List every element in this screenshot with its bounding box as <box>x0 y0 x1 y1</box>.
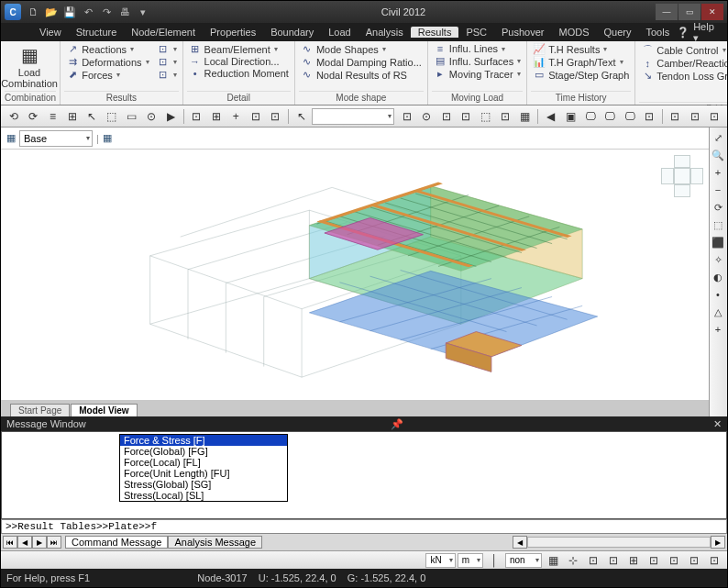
ribbon-item-reductionmoment[interactable]: •Reduction Moment <box>187 68 291 79</box>
qat-dropdown-icon[interactable]: ▾ <box>135 4 151 20</box>
menu-nodeelement[interactable]: Node/Element <box>124 27 203 38</box>
menu-view[interactable]: View <box>32 27 69 38</box>
vtool-9[interactable]: • <box>710 286 726 303</box>
vtool-0[interactable]: ⤢ <box>710 129 726 146</box>
autocomplete-item[interactable]: Force & Stress [F] <box>120 435 287 446</box>
vtool-8[interactable]: ◐ <box>710 269 726 285</box>
ribbon-item-modaldampingratio[interactable]: ∿Modal Damping Ratio... <box>299 56 424 68</box>
vtool-11[interactable]: + <box>710 321 726 338</box>
qat-save-icon[interactable]: 💾 <box>61 4 78 20</box>
tab-nav-first[interactable]: ⏮ <box>3 536 17 549</box>
qat-open-icon[interactable]: 📂 <box>43 4 60 20</box>
left-tool-4[interactable]: ↖ <box>83 107 101 126</box>
tab-nav-next[interactable]: ▶ <box>32 536 47 549</box>
ribbon-item-camberreaction[interactable]: ↕Camber/Reaction▾ <box>639 58 728 69</box>
menu-pushover[interactable]: Pushover <box>494 27 551 38</box>
snap-a-icon[interactable]: ⊡ <box>584 551 602 570</box>
close-button[interactable]: ✕ <box>701 4 723 20</box>
right-tool-12[interactable]: 🖵 <box>621 107 638 126</box>
ribbon-item-localdirection[interactable]: →Local Direction... <box>187 56 291 67</box>
vtool-6[interactable]: ⬛ <box>710 234 726 250</box>
ribbon-item-thresults[interactable]: 📈T.H Results▾ <box>531 43 631 55</box>
snap-b-icon[interactable]: ⊡ <box>604 551 623 570</box>
ribbon-item-reactions[interactable]: ↗Reactions▾ <box>64 43 150 55</box>
menu-analysis[interactable]: Analysis <box>358 27 411 38</box>
menu-results[interactable]: Results <box>411 27 459 38</box>
ribbon-item-beamelement[interactable]: ⊞Beam/Element▾ <box>187 43 291 55</box>
menu-query[interactable]: Query <box>597 27 639 38</box>
left-tool-13[interactable]: ⊡ <box>247 107 264 126</box>
ribbon-extra-dd[interactable]: ⊡▾ <box>155 56 179 68</box>
right-tool-16[interactable]: ⊡ <box>686 107 703 126</box>
vtool-10[interactable]: △ <box>710 304 726 320</box>
vtool-7[interactable]: ✧ <box>710 251 726 268</box>
tab-nav-last[interactable]: ⏭ <box>47 536 61 549</box>
unit-length-combo[interactable]: m <box>458 553 483 568</box>
ribbon-item-thgraphtext[interactable]: 📊T.H Graph/Text▾ <box>531 56 631 68</box>
loadcase-combo[interactable]: Base <box>19 130 93 147</box>
ribbon-item-influlines[interactable]: ≡Influ. Lines▾ <box>432 43 523 54</box>
vtool-1[interactable]: 🔍 <box>710 147 726 163</box>
message-window-close[interactable]: ✕ <box>713 418 722 430</box>
left-tool-2[interactable]: ≡ <box>44 107 61 126</box>
left-tool-7[interactable]: ⊙ <box>142 107 160 126</box>
tab-analysis-message[interactable]: Analysis Message <box>168 536 262 549</box>
right-tool-4[interactable]: ⬚ <box>477 107 494 126</box>
vtool-3[interactable]: − <box>710 182 726 198</box>
view-mode-icon[interactable]: ▦ <box>103 132 112 144</box>
toolbar-combo[interactable] <box>312 108 394 125</box>
snap-d-icon[interactable]: ⊡ <box>645 551 663 570</box>
right-tool-10[interactable]: 🖵 <box>581 107 599 126</box>
ribbon-item-tendonlossgraph[interactable]: ↘Tendon Loss Graph <box>639 70 728 82</box>
snap-f-icon[interactable]: ⊡ <box>685 551 703 570</box>
right-tool-11[interactable]: 🖵 <box>601 107 618 126</box>
menu-structure[interactable]: Structure <box>69 27 125 38</box>
right-tool-9[interactable]: ▣ <box>562 107 579 126</box>
right-tool-13[interactable]: ⊡ <box>640 107 657 126</box>
left-tool-8[interactable]: ▶ <box>161 107 179 126</box>
view-tab-startpage[interactable]: Start Page <box>10 404 70 416</box>
minimize-button[interactable]: — <box>656 4 678 20</box>
menu-boundary[interactable]: Boundary <box>263 27 321 38</box>
scroll-right[interactable]: ▶ <box>711 536 725 549</box>
menu-tools[interactable]: Tools <box>638 27 677 38</box>
maximize-button[interactable]: ▭ <box>678 4 700 20</box>
qat-redo-icon[interactable]: ↷ <box>98 4 115 20</box>
ribbon-item-deformations[interactable]: ⇉Deformations▾ <box>64 56 150 68</box>
menu-properties[interactable]: Properties <box>203 27 263 38</box>
left-tool-1[interactable]: ⟳ <box>24 107 41 126</box>
ribbon-item-nodalresultsofrs[interactable]: ∿Nodal Results of RS <box>299 69 424 81</box>
autocomplete-item[interactable]: Force(Unit Length) [FU] <box>120 468 287 479</box>
tab-nav-prev[interactable]: ◀ <box>17 536 32 549</box>
unit-force-combo[interactable]: kN <box>425 553 455 568</box>
autocomplete-item[interactable]: Force(Local) [FL] <box>120 457 287 468</box>
left-tool-11[interactable]: ⊞ <box>207 107 225 126</box>
ribbon-item-cablecontrol[interactable]: ⌒Cable Control▾ <box>639 43 728 57</box>
model-canvas[interactable] <box>1 150 709 400</box>
view-tab-modelview[interactable]: Model View <box>71 404 137 416</box>
help-dd-icon[interactable]: Help ▾ <box>693 21 722 44</box>
left-tool-0[interactable]: ⟲ <box>5 107 22 126</box>
right-tool-1[interactable]: ⊙ <box>418 107 436 126</box>
ribbon-item-stagestepgraph[interactable]: ▭Stage/Step Graph <box>531 69 631 81</box>
vtool-5[interactable]: ⬚ <box>710 216 726 233</box>
qat-undo-icon[interactable]: ↶ <box>80 4 96 20</box>
left-tool-14[interactable]: ⊡ <box>266 107 283 126</box>
scroll-left[interactable]: ◀ <box>513 536 527 549</box>
ribbon-extra-dd[interactable]: ⊡▾ <box>155 69 179 81</box>
left-tool-12[interactable]: + <box>227 107 245 126</box>
right-tool-8[interactable]: ◀ <box>542 107 559 126</box>
snap-c-icon[interactable]: ⊞ <box>624 551 643 570</box>
snap-line-icon[interactable]: ⊹ <box>564 551 582 570</box>
snap-grid-icon[interactable]: ▦ <box>544 551 562 570</box>
nav-cube[interactable] <box>661 155 703 197</box>
tab-command-message[interactable]: Command Message <box>65 536 168 549</box>
right-tool-17[interactable]: ⊡ <box>706 107 723 126</box>
ribbon-combination-button[interactable]: ▦LoadCombination <box>5 43 54 91</box>
ribbon-item-movingtracer[interactable]: ▸Moving Tracer▾ <box>432 68 523 80</box>
ribbon-item-modeshapes[interactable]: ∿Mode Shapes▾ <box>299 43 424 55</box>
vtool-4[interactable]: ⟳ <box>710 199 726 216</box>
menu-psc[interactable]: PSC <box>458 27 494 38</box>
qat-print-icon[interactable]: 🖶 <box>116 4 133 20</box>
menu-load[interactable]: Load <box>321 27 358 38</box>
